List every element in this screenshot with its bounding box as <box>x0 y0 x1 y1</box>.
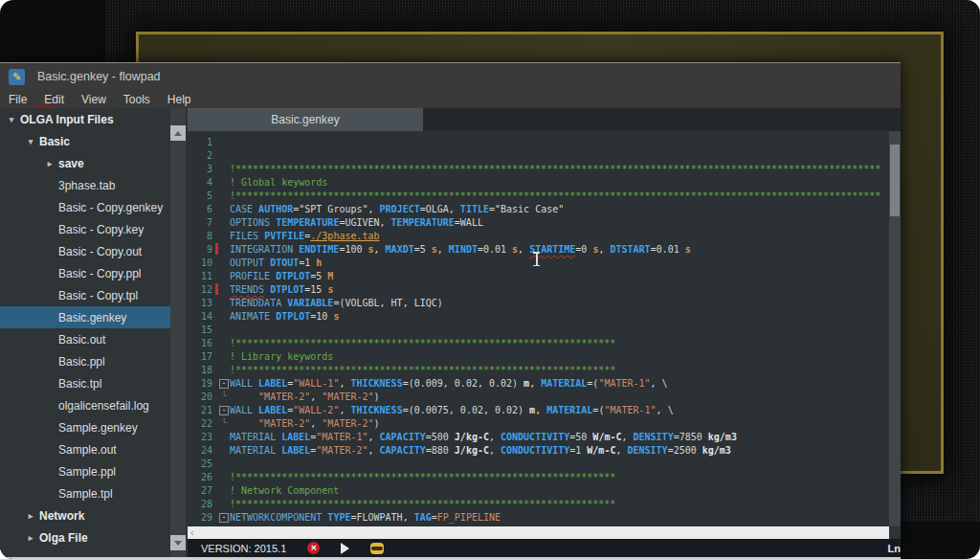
code-token: TRENDDATA <box>230 298 287 308</box>
stop-button[interactable]: ✕ <box>307 542 320 554</box>
menu-file[interactable]: File <box>0 90 35 108</box>
scroll-left-arrow-icon[interactable]: ‹ <box>190 526 194 539</box>
code-line: 4! Global keywords <box>188 175 889 189</box>
sidebar-item-network[interactable]: ▸Network <box>0 504 170 526</box>
chevron-down-icon[interactable]: ▾ <box>6 115 17 124</box>
code-token: CASE <box>230 204 258 214</box>
code-line: 23MATERIAL LABEL="MATER-1", CAPACITY=500… <box>188 430 889 443</box>
scroll-up-button[interactable] <box>170 125 186 141</box>
scroll-down-button[interactable] <box>170 535 186 550</box>
code-token: PVTFILE <box>264 231 304 241</box>
code-line: 18!*************************************… <box>188 363 889 376</box>
gutter-spacer <box>215 324 218 335</box>
gutter-spacer <box>215 471 218 482</box>
gutter-spacer <box>215 136 218 147</box>
sidebar-item-basic-copy-key[interactable]: Basic - Copy.key <box>0 218 170 240</box>
sidebar-item-basic-tpl[interactable]: Basic.tpl <box>0 372 170 394</box>
line-number: 7 <box>188 217 212 228</box>
code-token: kg/m3 <box>702 445 731 456</box>
line-number: 19 <box>188 378 212 389</box>
gutter-spacer <box>215 350 218 362</box>
batch-robot-button[interactable] <box>370 543 384 554</box>
menu-help[interactable]: Help <box>159 90 200 108</box>
gutter-spacer <box>215 176 218 188</box>
sidebar-item-sample-ppl[interactable]: Sample.ppl <box>0 460 170 482</box>
line-number: 18 <box>188 365 212 375</box>
scrollbar-thumb[interactable] <box>890 145 900 216</box>
menu-tools[interactable]: Tools <box>115 90 159 108</box>
code-token: , <box>615 445 627 456</box>
fold-collapse-icon[interactable]: - <box>218 378 230 389</box>
run-button[interactable] <box>341 543 349 554</box>
code-line: 21-WALL LABEL="WALL-2", THICKNESS=(0.007… <box>188 403 889 416</box>
code-token: J/kg-C <box>455 445 489 456</box>
code-token: , <box>368 432 380 442</box>
sidebar-item-label: Sample.out <box>58 443 117 457</box>
code-token: THICKNESS <box>350 378 402 389</box>
chevron-right-icon[interactable]: ▸ <box>25 533 36 543</box>
code-line: 28!*************************************… <box>188 497 889 510</box>
code-line: 6CASE AUTHOR="SPT Groups", PROJECT=OLGA,… <box>188 202 889 215</box>
chevron-down-icon[interactable]: ▾ <box>25 137 36 146</box>
sidebar-item-save[interactable]: ▸save <box>0 152 170 174</box>
sidebar-item-basic-copy-genkey[interactable]: Basic - Copy.genkey <box>0 196 170 218</box>
code-token: ="SPT Groups", <box>293 204 379 214</box>
sidebar-item-sample-out[interactable]: Sample.out <box>0 438 170 460</box>
fold-collapse-icon[interactable]: - <box>218 512 230 523</box>
code-token: MINDT <box>449 244 478 255</box>
change-marker <box>215 283 218 295</box>
sidebar-item-label: save <box>58 157 84 170</box>
code-token: , \ <box>651 378 668 389</box>
code-editor[interactable]: 123!************************************… <box>188 131 889 526</box>
code-line: 3!**************************************… <box>188 162 889 175</box>
code-token: DENSITY <box>634 432 674 442</box>
code-token: INTEGRATION <box>230 244 299 255</box>
code-token: =1 <box>569 445 587 456</box>
fold-collapse-icon[interactable]: - <box>218 405 230 415</box>
code-token: !***************************************… <box>230 472 615 482</box>
code-token: =1 <box>299 257 316 268</box>
gutter-spacer <box>215 498 218 509</box>
code-token: LABEL <box>281 445 310 456</box>
code-token: =0 <box>575 244 592 255</box>
code-token: OPTIONS <box>230 217 276 228</box>
sidebar-item-olga-file[interactable]: ▸Olga File <box>0 526 170 548</box>
code-token: W/m-C <box>592 432 621 442</box>
chevron-right-icon[interactable]: ▸ <box>44 159 56 168</box>
sidebar-item-basic-copy-out[interactable]: Basic - Copy.out <box>0 240 170 262</box>
sidebar-item-3phase-tab[interactable]: 3phase.tab <box>0 174 170 196</box>
code-token: , <box>489 445 501 456</box>
gutter-spacer <box>215 230 218 241</box>
code-token: OUTPUT <box>230 257 270 268</box>
code-token: , <box>621 432 633 442</box>
sidebar-item-basic-genkey[interactable]: Basic.genkey <box>0 306 170 328</box>
code-token: !***************************************… <box>230 164 880 174</box>
sidebar-item-basic-out[interactable]: Basic.out <box>0 328 170 350</box>
menu-view[interactable]: View <box>73 90 115 108</box>
editor-vertical-scrollbar[interactable] <box>889 131 901 526</box>
sidebar-scrollbar[interactable] <box>170 108 186 557</box>
sidebar-item-basic-copy-ppl[interactable]: Basic - Copy.ppl <box>0 262 170 284</box>
sidebar-item-sample-tpl[interactable]: Sample.tpl <box>0 482 170 504</box>
code-token: VARIABLE <box>287 298 333 308</box>
sidebar-item-sample-genkey[interactable]: Sample.genkey <box>0 416 170 438</box>
code-token: TEMPERATURE <box>391 217 455 228</box>
sidebar-item-olga-input-files[interactable]: ▾OLGA Input Files <box>0 108 170 130</box>
sidebar-item-basic[interactable]: ▾Basic <box>0 130 170 152</box>
sidebar-item-label: Basic <box>39 135 70 148</box>
code-token: s <box>333 311 339 322</box>
sidebar-item-basic-ppl[interactable]: Basic.ppl <box>0 350 170 372</box>
line-number: 21 <box>188 405 212 415</box>
sidebar-item-olgalicensefail-log[interactable]: olgalicensefail.log <box>0 394 170 416</box>
sidebar-item-label: Basic.ppl <box>58 355 105 369</box>
chevron-right-icon[interactable]: ▸ <box>25 511 36 521</box>
code-token: MATERIAL <box>546 405 592 415</box>
code-token: ENDTIME <box>299 244 339 255</box>
editor-horizontal-scrollbar[interactable]: ‹ <box>188 526 889 539</box>
code-line: 14ANIMATE DTPLOT=10 s <box>188 309 889 323</box>
code-token: kg/m3 <box>708 432 737 442</box>
sidebar-item-basic-copy-tpl[interactable]: Basic - Copy.tpl <box>0 284 170 306</box>
code-token: , <box>529 378 541 389</box>
tab-basic-genkey[interactable]: Basic.genkey <box>188 108 423 131</box>
code-line: 22└ "MATER-2", "MATER-2") <box>188 416 889 430</box>
